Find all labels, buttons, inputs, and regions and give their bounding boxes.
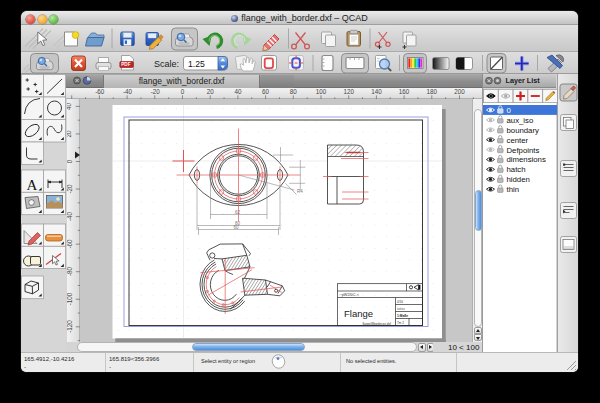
svg-text:4/16: 4/16 bbox=[397, 300, 403, 304]
svg-text:20: 20 bbox=[207, 88, 214, 95]
svg-text:20: 20 bbox=[67, 130, 73, 138]
svg-text:-40: -40 bbox=[67, 211, 73, 221]
svg-text:Scale:: Scale: bbox=[154, 59, 179, 69]
svg-text:-100: -100 bbox=[67, 292, 73, 305]
svg-text:40: 40 bbox=[234, 88, 241, 95]
svg-text:xxttxx: xxttxx bbox=[397, 307, 405, 311]
svg-text:Flange: Flange bbox=[344, 308, 373, 319]
svg-text:A: A bbox=[27, 177, 38, 193]
svg-text:60: 60 bbox=[233, 225, 239, 230]
svg-text:Defpoints: Defpoints bbox=[506, 146, 539, 155]
svg-text:160: 160 bbox=[399, 88, 410, 95]
svg-text:0: 0 bbox=[67, 159, 73, 163]
svg-text:PDF: PDF bbox=[121, 62, 130, 67]
svg-text:1.25: 1.25 bbox=[188, 59, 205, 69]
svg-text:180: 180 bbox=[427, 88, 438, 95]
svg-text:40: 40 bbox=[67, 102, 73, 110]
svg-text:~pW2/0C-<: ~pW2/0C-< bbox=[339, 293, 359, 297]
svg-text:dimensions: dimensions bbox=[506, 155, 545, 164]
svg-text:-60: -60 bbox=[95, 88, 105, 95]
svg-text:-20: -20 bbox=[67, 184, 73, 194]
svg-text:-20: -20 bbox=[151, 88, 161, 95]
svg-text:1:Maße: 1:Maße bbox=[397, 314, 408, 318]
svg-text:aux_iso: aux_iso bbox=[506, 116, 533, 125]
svg-text:0: 0 bbox=[181, 88, 185, 95]
svg-text:hidden: hidden bbox=[506, 175, 529, 184]
svg-text:center: center bbox=[506, 136, 528, 145]
svg-text:flangeWborder.ps dxf: flangeWborder.ps dxf bbox=[362, 322, 391, 326]
svg-text:80: 80 bbox=[290, 88, 297, 95]
svg-text:200: 200 bbox=[454, 88, 465, 95]
svg-text:120: 120 bbox=[343, 88, 354, 95]
svg-text:62: 62 bbox=[235, 210, 241, 215]
svg-text:-80: -80 bbox=[67, 266, 73, 276]
svg-text:boundary: boundary bbox=[506, 126, 539, 135]
svg-text:140: 140 bbox=[371, 88, 382, 95]
svg-text:-40: -40 bbox=[123, 88, 133, 95]
svg-text:Tm 2: Tm 2 bbox=[397, 321, 404, 325]
svg-text:-60: -60 bbox=[67, 239, 73, 249]
svg-text:R4: R4 bbox=[297, 189, 303, 194]
svg-text:100: 100 bbox=[316, 88, 327, 95]
svg-text:hatch: hatch bbox=[506, 165, 525, 174]
svg-text:60: 60 bbox=[262, 88, 269, 95]
svg-text:0: 0 bbox=[506, 106, 511, 115]
svg-text:-120: -120 bbox=[67, 320, 73, 333]
svg-text:thin: thin bbox=[506, 185, 519, 194]
